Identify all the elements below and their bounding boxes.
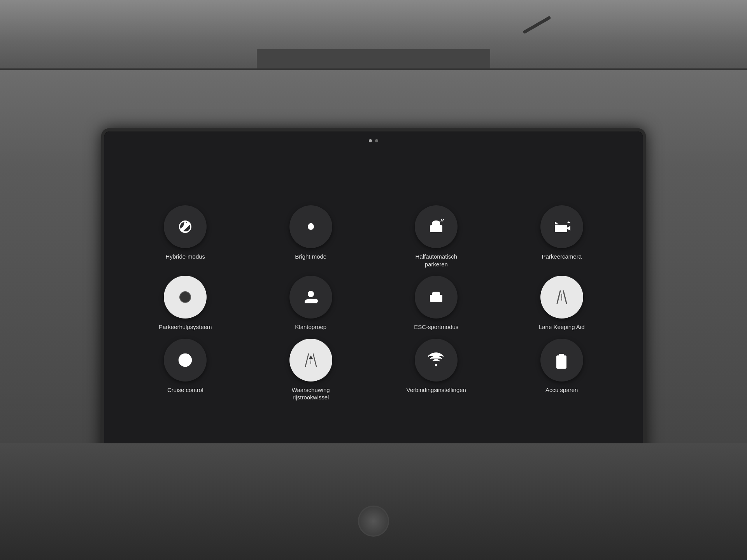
parkeercamera-circle[interactable] — [540, 205, 583, 248]
parkeerhulpsysteem-label: Parkeerhulpsysteem — [159, 323, 212, 331]
page-dots-indicator — [369, 139, 378, 142]
touchscreen-display: Hybride-modus Bright mode — [104, 131, 643, 475]
svg-rect-19 — [559, 354, 564, 356]
svg-point-10 — [308, 291, 314, 297]
control-cruise-control[interactable]: Cruise control — [128, 339, 242, 401]
car-top-interior — [0, 0, 747, 70]
bright-mode-icon — [302, 217, 320, 236]
camera-icon — [552, 217, 571, 236]
parking-auto-icon: Air — [427, 217, 445, 236]
control-lane-keeping-aid[interactable]: Lane Keeping Aid — [505, 276, 619, 331]
halfautomatisch-parkeren-label: Halfautomatisch parkeren — [405, 253, 467, 268]
sport-icon: SPORT — [427, 288, 445, 306]
lane-warn-icon — [302, 351, 320, 369]
klantoproep-label: Klantoproep — [295, 323, 326, 331]
svg-point-17 — [184, 359, 187, 362]
bright-mode-label: Bright mode — [295, 253, 326, 261]
hybrid-icon — [176, 217, 195, 236]
parkeercamera-label: Parkeercamera — [542, 253, 582, 261]
svg-point-3 — [431, 228, 434, 231]
svg-text:SPORT: SPORT — [433, 297, 443, 299]
control-verbindingsinstellingen[interactable]: Verbindingsinstellingen — [379, 339, 493, 401]
bright-mode-circle[interactable] — [289, 205, 332, 248]
verbindingsinstellingen-label: Verbindingsinstellingen — [407, 386, 466, 394]
car-bottom-interior — [0, 443, 747, 560]
control-parkeerhulpsysteem[interactable]: Parkeerhulpsysteem — [128, 276, 242, 331]
page-dot-1 — [369, 139, 372, 142]
parkeerhulpsysteem-circle[interactable] — [164, 276, 207, 318]
control-parkeercamera[interactable]: Parkeercamera — [505, 205, 619, 268]
waarschuwing-rijstrookwissel-circle[interactable] — [289, 339, 332, 382]
control-esc-sportmodus[interactable]: SPORT ESC-sportmodus — [379, 276, 493, 331]
cruise-control-label: Cruise control — [167, 386, 203, 394]
svg-rect-20 — [558, 362, 565, 367]
battery-icon — [552, 351, 571, 369]
svg-point-8 — [560, 228, 562, 230]
control-knob[interactable] — [358, 506, 389, 537]
lane-keeping-aid-label: Lane Keeping Aid — [539, 323, 585, 331]
accu-sparen-circle[interactable] — [540, 339, 583, 382]
controls-grid: Hybride-modus Bright mode — [121, 194, 626, 413]
esc-sportmodus-label: ESC-sportmodus — [414, 323, 458, 331]
screen-bezel: Hybride-modus Bright mode — [101, 128, 646, 478]
accu-sparen-label: Accu sparen — [545, 386, 578, 394]
control-halfautomatisch-parkeren[interactable]: Air Halfautomatisch parkeren — [379, 205, 493, 268]
svg-point-4 — [438, 228, 442, 231]
park-assist-icon — [176, 288, 195, 306]
control-hybride-modus[interactable]: Hybride-modus — [128, 205, 242, 268]
phone-icon — [302, 288, 320, 306]
car-frame: Hybride-modus Bright mode — [0, 0, 747, 560]
page-dot-2 — [375, 139, 378, 142]
hybride-modus-circle[interactable] — [164, 205, 207, 248]
lane-icon — [552, 288, 571, 306]
cruise-icon — [176, 351, 195, 369]
lane-keeping-aid-circle[interactable] — [540, 276, 583, 318]
waarschuwing-rijstrookwissel-label: Waarschuwing rijstrookwissel — [280, 386, 342, 401]
control-klantoproep[interactable]: Klantoproep — [254, 276, 368, 331]
halfautomatisch-parkeren-circle[interactable]: Air — [415, 205, 458, 248]
esc-sportmodus-circle[interactable]: SPORT — [415, 276, 458, 318]
control-bright-mode[interactable]: Bright mode — [254, 205, 368, 268]
cruise-control-circle[interactable] — [164, 339, 207, 382]
verbindingsinstellingen-circle[interactable] — [415, 339, 458, 382]
control-accu-sparen[interactable]: Accu sparen — [505, 339, 619, 401]
wiper-arm — [523, 16, 551, 34]
hybride-modus-label: Hybride-modus — [165, 253, 205, 261]
control-waarschuwing-rijstrookwissel[interactable]: Waarschuwing rijstrookwissel — [254, 339, 368, 401]
klantoproep-circle[interactable] — [289, 276, 332, 318]
wifi-icon — [427, 351, 445, 369]
top-bar-decoration — [257, 49, 490, 68]
